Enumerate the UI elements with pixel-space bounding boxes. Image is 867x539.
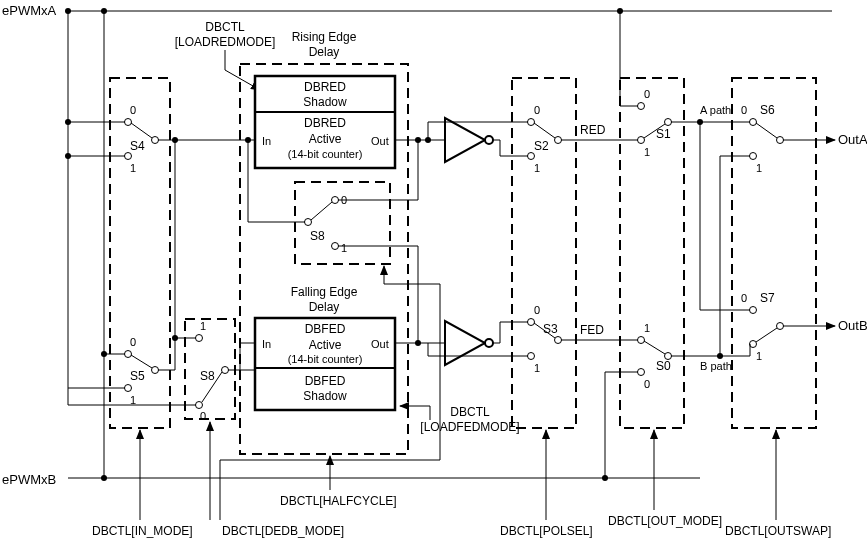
a-path: A path [700, 104, 731, 116]
svg-line-15 [131, 123, 152, 138]
mux1-s1: 1 [644, 146, 650, 158]
svg-point-33 [196, 402, 203, 409]
dbred-shadow-l2: Shadow [303, 95, 347, 109]
svg-point-11 [65, 153, 71, 159]
mux0-s8b: 0 [200, 410, 206, 422]
svg-point-19 [101, 351, 107, 357]
red-signal: RED [580, 123, 606, 137]
svg-point-106 [665, 119, 672, 126]
svg-point-2 [65, 8, 71, 14]
svg-rect-121 [732, 78, 816, 428]
mux1-s5: 1 [130, 394, 136, 406]
rising-title-l1: Rising Edge [292, 30, 357, 44]
inverter-bot-icon [445, 321, 493, 365]
svg-point-89 [528, 119, 535, 126]
ctrl-outswap: DBCTL[OUTSWAP] [725, 524, 831, 538]
input-epwmb: ePWMxB [2, 472, 56, 487]
ctrl-in-mode: DBCTL[IN_MODE] [92, 524, 193, 538]
mux0-s4: 0 [130, 104, 136, 116]
input-epwma: ePWMxA [2, 3, 57, 18]
svg-point-63 [245, 137, 251, 143]
mux0-s5: 0 [130, 336, 136, 348]
svg-point-12 [125, 119, 132, 126]
svg-line-135 [756, 328, 777, 342]
svg-point-133 [750, 341, 757, 348]
switch-s0: S0 [656, 359, 671, 373]
mux0-s0: 0 [644, 378, 650, 390]
mux1-s8: 1 [341, 242, 347, 254]
svg-point-53 [305, 219, 312, 226]
svg-point-112 [638, 337, 645, 344]
svg-point-104 [638, 103, 645, 110]
svg-point-57 [415, 137, 421, 143]
mux0-s7: 0 [741, 292, 747, 304]
dbfed-in: In [262, 338, 271, 350]
dbred-active-note: (14-bit counter) [288, 148, 363, 160]
svg-point-14 [152, 137, 159, 144]
svg-point-22 [125, 385, 132, 392]
ctrl-halfcycle: DBCTL[HALFCYCLE] [280, 494, 397, 508]
ctrl-polsel: DBCTL[POLSEL] [500, 524, 593, 538]
switch-s3: S3 [543, 322, 558, 336]
svg-point-127 [750, 153, 757, 160]
dbfed-out: Out [371, 338, 389, 350]
ctrl-out-mode: DBCTL[OUT_MODE] [608, 514, 722, 528]
svg-point-93 [528, 319, 535, 326]
switch-s1: S1 [656, 127, 671, 141]
mux1-s4: 1 [130, 162, 136, 174]
svg-point-95 [555, 337, 562, 344]
mux0-s3: 0 [534, 304, 540, 316]
mux1-s3: 1 [534, 362, 540, 374]
ctrl-loadfed-l2: [LOADFEDMODE] [420, 420, 519, 434]
dbred-active-name: DBRED [304, 116, 346, 130]
ctrl-loadred-l1: DBCTL [205, 20, 245, 34]
svg-point-103 [617, 8, 623, 14]
dbfed-shadow-l2: Shadow [303, 389, 347, 403]
mux0-s6: 0 [741, 104, 747, 116]
svg-point-51 [332, 197, 339, 204]
dbfed-active-name: DBFED [305, 322, 346, 336]
svg-line-24 [131, 355, 152, 368]
mux1-s6: 1 [756, 162, 762, 174]
switch-s5: S5 [130, 369, 145, 383]
inverter-top-icon [445, 118, 493, 162]
mux1-s0: 1 [644, 322, 650, 334]
dbfed-shadow-l1: DBFED [305, 374, 346, 388]
ctrl-dedb-mode: DBCTL[DEDB_MODE] [222, 524, 344, 538]
svg-point-23 [152, 367, 159, 374]
dbred-shadow-l1: DBRED [304, 80, 346, 94]
fed-signal: FED [580, 323, 604, 337]
switch-s2: S2 [534, 139, 549, 153]
switch-s8b: S8 [200, 369, 215, 383]
svg-point-73 [485, 136, 493, 144]
dbfed-active-note: (14-bit counter) [288, 353, 363, 365]
svg-point-94 [528, 353, 535, 360]
svg-point-105 [638, 137, 645, 144]
output-b: OutB [838, 318, 867, 333]
switch-s7: S7 [760, 291, 775, 305]
svg-rect-100 [620, 78, 684, 428]
dbred-in: In [262, 135, 271, 147]
svg-point-6 [101, 475, 107, 481]
svg-point-21 [125, 351, 132, 358]
mux1-s2: 1 [534, 162, 540, 174]
mux1-s8b: 1 [200, 320, 206, 332]
output-a: OutA [838, 132, 867, 147]
dbred-out: Out [371, 135, 389, 147]
falling-title-l2: Delay [309, 300, 340, 314]
mux0-s2: 0 [534, 104, 540, 116]
rising-title-l2: Delay [309, 45, 340, 59]
svg-point-52 [332, 243, 339, 250]
svg-point-128 [777, 137, 784, 144]
dbred-active-type: Active [309, 132, 342, 146]
svg-point-30 [172, 335, 178, 341]
svg-point-113 [638, 369, 645, 376]
b-path: B path [700, 360, 732, 372]
svg-point-134 [777, 323, 784, 330]
svg-point-13 [125, 153, 132, 160]
svg-line-129 [756, 123, 777, 138]
svg-point-126 [750, 119, 757, 126]
svg-line-54 [311, 202, 332, 220]
svg-line-92 [534, 123, 555, 138]
switch-s6: S6 [760, 103, 775, 117]
